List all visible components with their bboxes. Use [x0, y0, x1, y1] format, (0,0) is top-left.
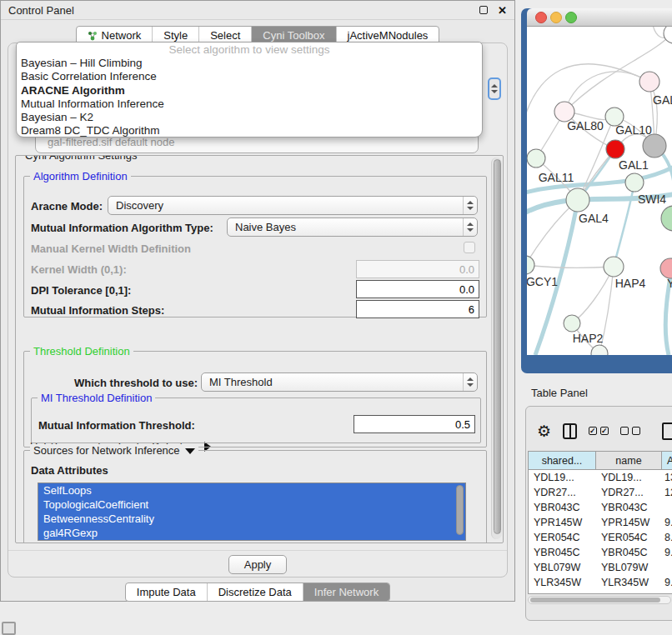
table-row[interactable]: YLR345W YLR345W 9.	[529, 575, 672, 590]
attribute-item[interactable]: gal4RGexp	[38, 526, 465, 540]
algorithm-option[interactable]: Mutual Information Inference	[17, 98, 482, 111]
mi-steps-field[interactable]	[356, 300, 479, 318]
algorithm-dropdown-popup: Select algorithm to view settings Bayesi…	[16, 42, 483, 138]
settings-scrollbar[interactable]	[491, 158, 502, 539]
combo-arrows-icon	[463, 197, 477, 214]
algorithm-definition-group: Algorithm Definition Aracne Mode: Discov…	[23, 176, 487, 318]
deselect-all-checks-icon[interactable]	[620, 427, 640, 435]
spinner-down-icon	[491, 90, 498, 93]
table-row[interactable]: YBR045C YBR045C 9.	[529, 545, 672, 560]
zoom-traffic-light	[566, 12, 577, 22]
manual-kernel-checkbox[interactable]	[464, 242, 475, 253]
floating-palette-icon[interactable]	[2, 622, 16, 635]
node-hap4	[604, 257, 624, 277]
split-columns-icon[interactable]	[563, 423, 577, 439]
table-panel-title: Table Panel	[531, 387, 588, 399]
bottom-tab-bar: Impute Data Discretize Data Infer Networ…	[1, 582, 514, 602]
attribute-item[interactable]: TopologicalCoefficient	[38, 498, 465, 512]
node-label: HAP2	[573, 332, 604, 345]
aracne-mode-value: Discovery	[116, 199, 163, 212]
aracne-mode-combo[interactable]: Discovery	[108, 196, 478, 215]
mi-type-label: Mutual Information Algorithm Type:	[31, 222, 213, 234]
settings-scrollbar-thumb[interactable]	[494, 159, 501, 534]
node-gal2	[639, 72, 659, 92]
dropdown-prompt: Select algorithm to view settings	[17, 42, 482, 57]
combo-arrows-icon	[463, 218, 477, 236]
column-header-partial[interactable]: A	[662, 452, 672, 469]
table-horizontal-scrollbar[interactable]	[528, 596, 671, 604]
attribute-item[interactable]: SelfLoops	[38, 483, 465, 498]
apply-button[interactable]: Apply	[228, 555, 287, 574]
tab-discretize-data[interactable]: Discretize Data	[207, 583, 303, 601]
column-header-shared[interactable]: shared...	[529, 452, 596, 469]
node-gal11	[527, 149, 545, 168]
kernel-width-field[interactable]	[356, 260, 479, 278]
mi-threshold-label: Mutual Information Threshold:	[38, 419, 195, 432]
network-style-combo-value: gal-filtered.sif default node	[48, 136, 174, 148]
table-row[interactable]: YER054C YER054C 8.	[529, 530, 672, 545]
tab-infer-network[interactable]: Infer Network	[303, 583, 389, 601]
attributes-scrollbar-thumb[interactable]	[456, 485, 464, 535]
table-row[interactable]: YPR145W YPR145W 9.	[529, 515, 672, 530]
dpi-tolerance-field[interactable]	[356, 280, 479, 298]
traffic-lights[interactable]	[534, 11, 578, 24]
node-label: GCY1	[527, 275, 558, 288]
network-nodes[interactable]	[527, 27, 672, 355]
algorithm-option[interactable]: Bayesian – Hill Climbing	[17, 57, 482, 70]
threshold-definition-group: Threshold Definition Which threshold to …	[23, 351, 487, 448]
mi-type-value: Naive Bayes	[235, 221, 296, 233]
tab-impute-data[interactable]: Impute Data	[126, 583, 207, 601]
table-row[interactable]: YDR27... YDR27... 12	[529, 485, 672, 500]
node-gcy1	[527, 256, 534, 274]
algorithm-option[interactable]: Dream8 DC_TDC Algorithm	[17, 124, 482, 138]
mi-threshold-field[interactable]	[354, 415, 475, 433]
network-canvas[interactable]: GAL GAL80 GAL10 GAL1 GAL11 SWI4 GAL4 GCY…	[527, 27, 672, 355]
cyni-algorithm-settings-group: Cyni Algorithm Settings Algorithm Defini…	[15, 155, 504, 543]
dpi-tolerance-label: DPI Tolerance [0,1]:	[31, 284, 131, 297]
spinner-up-icon	[491, 84, 498, 88]
table-hscrollbar-thumb[interactable]	[530, 598, 660, 602]
table-row[interactable]: YBL079W YBL079W	[529, 560, 672, 575]
table-body[interactable]: YDL19... YDL19... 13 YDR27... YDR27... 1…	[528, 469, 672, 594]
table-row[interactable]: YDL19... YDL19... 13	[529, 470, 672, 485]
table-panel: ⚙ ✓ ✓ shared... name A YDL19... YDL19...…	[525, 406, 672, 621]
sources-group-title: Sources for Network Inference	[30, 444, 198, 457]
table-row[interactable]: YIL052C YIL052C 9	[529, 590, 672, 594]
select-all-checks-icon[interactable]: ✓ ✓	[589, 427, 609, 435]
mi-threshold-definition-title: MI Threshold Definition	[38, 392, 155, 404]
node-gray	[643, 134, 666, 158]
column-header-name[interactable]: name	[596, 452, 662, 469]
which-threshold-combo[interactable]: MI Threshold	[201, 372, 478, 392]
node-label: GAL	[653, 93, 672, 107]
tab-label: Select	[210, 29, 240, 42]
data-attributes-list[interactable]: SelfLoops TopologicalCoefficient Between…	[38, 482, 466, 541]
apply-row: Apply	[8, 550, 507, 578]
tab-label: Cyni Toolbox	[263, 29, 324, 42]
node-swi4	[625, 173, 644, 192]
network-window-titlebar	[527, 8, 672, 27]
network-view-window: GAL GAL80 GAL10 GAL1 GAL11 SWI4 GAL4 GCY…	[521, 8, 672, 373]
algorithm-option[interactable]: ARACNE Algorithm	[17, 84, 482, 98]
which-threshold-value: MI Threshold	[209, 376, 273, 388]
attribute-item[interactable]: BetweennessCentrality	[38, 512, 465, 526]
network-icon	[88, 31, 98, 41]
aracne-mode-label: Aracne Mode:	[31, 200, 103, 212]
document-icon[interactable]	[662, 422, 672, 440]
sources-group: Sources for Network Inference Data Attri…	[23, 450, 487, 543]
combo-arrows-icon	[463, 373, 477, 391]
gear-icon[interactable]: ⚙	[537, 423, 551, 439]
node-label: GAL4	[579, 212, 609, 225]
mi-type-combo[interactable]: Naive Bayes	[227, 218, 478, 237]
node-label: Y	[667, 277, 672, 290]
settings-group-title: Cyni Algorithm Settings	[22, 155, 140, 162]
algorithm-option[interactable]: Bayesian – K2	[17, 111, 482, 124]
table-row[interactable]: YBR043C YBR043C	[529, 500, 672, 515]
float-window-icon[interactable]	[479, 6, 488, 14]
algorithm-combo-arrow-button[interactable]	[488, 78, 501, 100]
node-label: HAP4	[615, 277, 646, 290]
close-icon[interactable]: ✕	[498, 5, 507, 16]
collapse-arrow-icon[interactable]	[185, 448, 195, 454]
threshold-definition-title: Threshold Definition	[30, 345, 133, 358]
algorithm-option[interactable]: Basic Correlation Inference	[17, 70, 482, 83]
node-labels: GAL GAL80 GAL10 GAL1 GAL11 SWI4 GAL4 GCY…	[527, 93, 672, 345]
